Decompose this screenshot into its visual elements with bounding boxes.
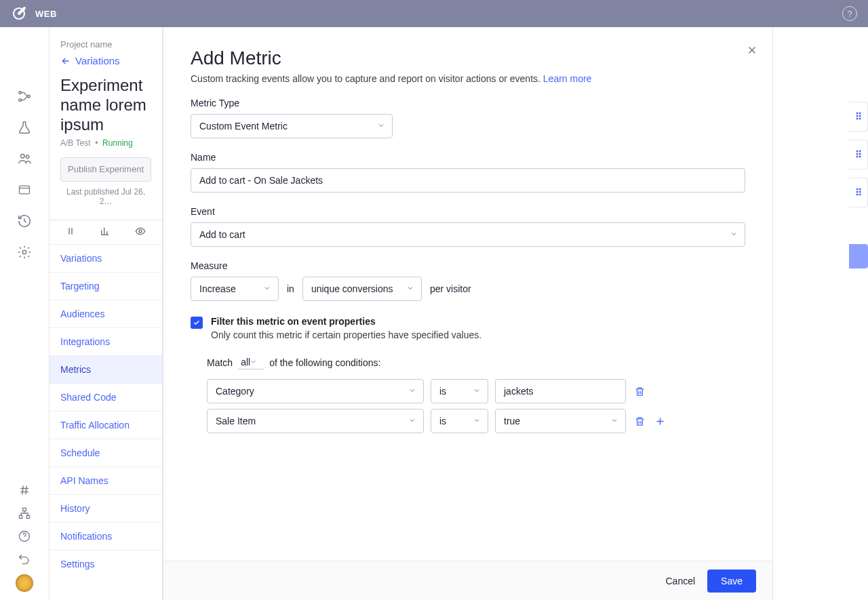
event-select[interactable]: Add to cart	[191, 222, 745, 247]
avatar[interactable]	[16, 574, 33, 592]
sidebar-item-schedule[interactable]: Schedule	[50, 439, 162, 466]
hash-icon[interactable]	[16, 482, 33, 498]
delete-condition-icon[interactable]	[633, 414, 646, 428]
history-icon[interactable]	[16, 213, 33, 229]
sidebar-item-metrics[interactable]: Metrics	[50, 355, 162, 383]
chevron-down-icon	[263, 283, 271, 294]
sitemap-icon[interactable]	[16, 505, 33, 521]
event-value: Add to cart	[199, 229, 245, 240]
chevron-down-icon	[408, 386, 416, 397]
svg-rect-10	[26, 515, 29, 518]
window-icon[interactable]	[16, 182, 33, 198]
condition-property-select[interactable]: Category	[207, 379, 424, 403]
check-icon	[193, 319, 201, 327]
measure-suffix-label: per visitor	[430, 283, 471, 294]
sidebar-item-audiences[interactable]: Audiences	[50, 300, 162, 327]
condition-operator-select[interactable]: is	[431, 379, 488, 403]
add-condition-icon[interactable]	[653, 414, 667, 428]
publish-button[interactable]: Publish Experiment	[60, 157, 151, 182]
match-prefix: Match	[207, 357, 233, 368]
arrow-left-icon	[60, 56, 71, 66]
match-mode-select[interactable]: all	[238, 355, 264, 369]
sidebar-item-settings[interactable]: Settings	[50, 550, 162, 578]
svg-point-3	[28, 95, 31, 98]
close-icon[interactable]	[744, 42, 760, 58]
filter-description: Only count this metric if certain proper…	[211, 329, 481, 340]
chevron-down-icon	[406, 283, 414, 294]
chevron-down-icon	[610, 416, 618, 426]
modal-subtitle: Custom tracking events allow you to capt…	[191, 73, 745, 84]
back-label: Variations	[75, 55, 120, 66]
measure-direction-value: Increase	[199, 283, 236, 294]
svg-point-1	[19, 92, 22, 94]
condition-property-value: Sale Item	[216, 416, 256, 426]
test-type-label: A/B Test	[60, 138, 90, 148]
svg-point-5	[26, 155, 29, 159]
condition-row: Category is jackets	[207, 379, 745, 403]
status-badge: Running	[102, 138, 133, 148]
eye-icon[interactable]	[134, 226, 146, 239]
gear-icon[interactable]	[16, 244, 33, 260]
sidebar-item-targeting[interactable]: Targeting	[50, 272, 162, 300]
chart-icon[interactable]	[100, 226, 111, 239]
chevron-down-icon	[473, 416, 481, 426]
name-label: Name	[191, 152, 745, 163]
flask-icon[interactable]	[16, 119, 33, 136]
event-label: Event	[191, 206, 745, 217]
sidebar-item-history[interactable]: History	[50, 494, 162, 522]
condition-value-text: jackets	[504, 386, 534, 397]
match-suffix: of the following conditions:	[269, 357, 380, 368]
sidebar-item-variations[interactable]: Variations	[50, 244, 162, 272]
condition-value-input[interactable]: jackets	[495, 379, 626, 403]
sidebar-item-traffic-allocation[interactable]: Traffic Allocation	[50, 411, 162, 439]
measure-unit-select[interactable]: unique conversions	[302, 277, 422, 301]
metric-type-value: Custom Event Metric	[199, 121, 288, 132]
sidebar-item-api-names[interactable]: API Names	[50, 466, 162, 494]
condition-operator-value: is	[439, 416, 446, 426]
flow-icon[interactable]	[16, 88, 33, 104]
condition-operator-select[interactable]: is	[431, 409, 488, 433]
brand-label: WEB	[35, 9, 57, 19]
condition-value-select[interactable]: true	[495, 409, 626, 433]
measure-direction-select[interactable]: Increase	[191, 277, 279, 301]
sidebar-item-integrations[interactable]: Integrations	[50, 327, 162, 355]
chevron-down-icon	[473, 386, 481, 397]
name-input[interactable]: Add to cart - On Sale Jackets	[191, 168, 745, 193]
project-name-label: Project name	[60, 39, 151, 49]
metric-type-select[interactable]: Custom Event Metric	[191, 114, 393, 138]
bg-drag-handle: ⠿	[849, 140, 868, 169]
chevron-down-icon	[408, 416, 416, 426]
condition-operator-value: is	[439, 386, 446, 397]
svg-rect-6	[20, 186, 30, 194]
condition-value-text: true	[504, 416, 520, 426]
pause-icon[interactable]	[65, 226, 76, 239]
back-to-variations[interactable]: Variations	[60, 55, 151, 66]
help-small-icon[interactable]	[16, 528, 33, 544]
sidebar-item-notifications[interactable]: Notifications	[50, 522, 162, 550]
svg-point-2	[19, 99, 22, 102]
bg-drag-handle: ⠿	[849, 102, 868, 132]
help-icon[interactable]: ?	[842, 6, 857, 21]
experiment-title: Experiment name lorem ipsum	[60, 76, 151, 134]
modal-footer: Cancel Save	[163, 561, 772, 600]
svg-point-7	[22, 250, 26, 254]
filter-checkbox[interactable]	[191, 317, 203, 329]
measure-label: Measure	[191, 260, 745, 271]
cancel-button[interactable]: Cancel	[665, 576, 695, 586]
audience-icon[interactable]	[16, 151, 33, 167]
icon-rail	[0, 27, 49, 600]
sidebar: Project name Variations Experiment name …	[49, 27, 163, 600]
condition-row: Sale Item is true	[207, 409, 745, 433]
app-logo-icon	[11, 5, 27, 22]
bg-primary-button	[849, 244, 868, 268]
condition-property-select[interactable]: Sale Item	[207, 409, 424, 433]
sidebar-item-shared-code[interactable]: Shared Code	[50, 383, 162, 411]
undo-icon[interactable]	[16, 551, 33, 567]
learn-more-link[interactable]: Learn more	[543, 73, 592, 84]
svg-point-4	[21, 155, 25, 159]
svg-rect-9	[20, 515, 22, 518]
delete-condition-icon[interactable]	[633, 384, 646, 398]
chevron-down-icon	[250, 357, 257, 367]
save-button[interactable]: Save	[707, 569, 756, 593]
chevron-down-icon	[377, 121, 385, 132]
